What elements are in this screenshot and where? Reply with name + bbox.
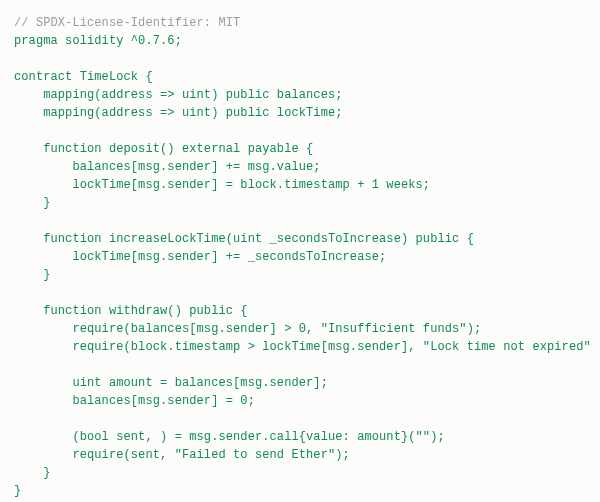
code-line: function deposit() external payable { bbox=[14, 142, 313, 156]
code-line: uint amount = balances[msg.sender]; bbox=[14, 376, 328, 390]
code-line: lockTime[msg.sender] = block.timestamp +… bbox=[14, 178, 430, 192]
code-line: require(balances[msg.sender] > 0, "Insuf… bbox=[14, 322, 481, 336]
code-block: // SPDX-License-Identifier: MIT pragma s… bbox=[0, 0, 600, 502]
code-line: } bbox=[14, 196, 51, 210]
code-line: balances[msg.sender] = 0; bbox=[14, 394, 255, 408]
code-line: // SPDX-License-Identifier: MIT bbox=[14, 16, 240, 30]
code-line: } bbox=[14, 484, 21, 498]
code-line: balances[msg.sender] += msg.value; bbox=[14, 160, 321, 174]
code-line: mapping(address => uint) public lockTime… bbox=[14, 106, 343, 120]
code-line: function increaseLockTime(uint _secondsT… bbox=[14, 232, 474, 246]
code-line: mapping(address => uint) public balances… bbox=[14, 88, 343, 102]
code-line: function withdraw() public { bbox=[14, 304, 248, 318]
code-line: pragma solidity ^0.7.6; bbox=[14, 34, 182, 48]
code-line: contract TimeLock { bbox=[14, 70, 153, 84]
code-line: require(sent, "Failed to send Ether"); bbox=[14, 448, 350, 462]
code-line: lockTime[msg.sender] += _secondsToIncrea… bbox=[14, 250, 386, 264]
code-line: (bool sent, ) = msg.sender.call{value: a… bbox=[14, 430, 445, 444]
code-line: require(block.timestamp > lockTime[msg.s… bbox=[14, 340, 591, 354]
code-line: } bbox=[14, 466, 51, 480]
code-line: } bbox=[14, 268, 51, 282]
